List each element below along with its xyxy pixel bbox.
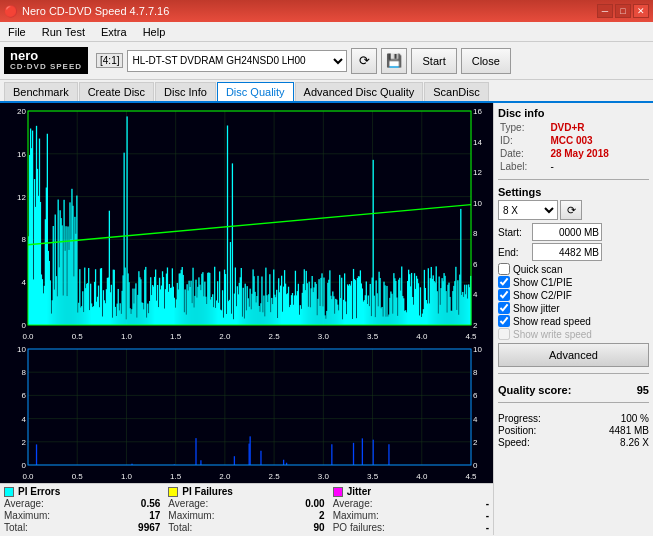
start-button[interactable]: Start [411,48,456,74]
tab-benchmark[interactable]: Benchmark [4,82,78,101]
pi-errors-avg-label: Average: [4,498,44,509]
menu-run-test[interactable]: Run Test [38,24,89,40]
disc-info-section: Disc info Type: DVD+R ID: MCC 003 Date: … [498,107,649,173]
start-input[interactable] [532,223,602,241]
jitter-max-label: Maximum: [333,510,379,521]
drive-label: [4:1] [96,53,123,68]
pi-errors-total-value: 9967 [138,522,160,533]
quality-score-row: Quality score: 95 [498,384,649,396]
jitter-avg-label: Average: [333,498,373,509]
show-read-speed-row: Show read speed [498,315,649,327]
type-value: DVD+R [548,121,649,134]
tab-disc-info[interactable]: Disc Info [155,82,216,101]
pi-errors-color [4,487,14,497]
end-row: End: [498,243,649,261]
speed-row-quality: Speed: 8.26 X [498,437,649,448]
show-c1-pie-checkbox[interactable] [498,276,510,288]
show-jitter-checkbox[interactable] [498,302,510,314]
close-window-button[interactable]: ✕ [633,4,649,18]
show-jitter-row: Show jitter [498,302,649,314]
advanced-button[interactable]: Advanced [498,343,649,367]
quality-score-value: 95 [637,384,649,396]
show-read-speed-label: Show read speed [513,316,591,327]
pi-failures-max-value: 2 [319,510,325,521]
top-chart [0,103,493,343]
quick-scan-label: Quick scan [513,264,562,275]
speed-refresh-button[interactable]: ⟳ [560,200,582,220]
menu-file[interactable]: File [4,24,30,40]
id-label: ID: [498,134,548,147]
jitter-avg-value: - [486,498,489,509]
pi-failures-avg-label: Average: [168,498,208,509]
id-value: MCC 003 [548,134,649,147]
po-failures-label: PO failures: [333,522,385,533]
tab-disc-quality[interactable]: Disc Quality [217,82,294,101]
tabs: Benchmark Create Disc Disc Info Disc Qua… [0,80,653,103]
speed-select[interactable]: 8 X [498,200,558,220]
show-c2-pif-row: Show C2/PIF [498,289,649,301]
jitter-color [333,487,343,497]
position-value: 4481 MB [609,425,649,436]
pi-errors-total-label: Total: [4,522,28,533]
pi-failures-total-value: 90 [314,522,325,533]
app-icon: 🔴 [4,5,18,18]
show-c2-pif-label: Show C2/PIF [513,290,572,301]
stats-area: PI Errors Average: 0.56 Maximum: 17 Tota… [0,483,493,535]
main-content: PI Errors Average: 0.56 Maximum: 17 Tota… [0,103,653,535]
divider-1 [498,179,649,180]
disc-info-title: Disc info [498,107,649,119]
settings-title: Settings [498,186,649,198]
tab-scan-disc[interactable]: ScanDisc [424,82,488,101]
show-jitter-label: Show jitter [513,303,560,314]
pi-failures-max-label: Maximum: [168,510,214,521]
save-icon[interactable]: 💾 [381,48,407,74]
close-button[interactable]: Close [461,48,511,74]
end-input[interactable] [532,243,602,261]
pi-failures-avg-value: 0.00 [305,498,324,509]
position-row: Position: 4481 MB [498,425,649,436]
nero-logo-top: nero [10,49,82,63]
maximize-button[interactable]: □ [615,4,631,18]
jitter-max-value: - [486,510,489,521]
jitter-group: Jitter Average: - Maximum: - PO failures… [333,486,489,533]
date-value: 28 May 2018 [548,147,649,160]
pi-failures-color [168,487,178,497]
minimize-button[interactable]: ─ [597,4,613,18]
date-label: Date: [498,147,548,160]
settings-section: Settings 8 X ⟳ Start: End: Quick scan [498,186,649,367]
show-read-speed-checkbox[interactable] [498,315,510,327]
menu-help[interactable]: Help [139,24,170,40]
disc-info-table: Type: DVD+R ID: MCC 003 Date: 28 May 201… [498,121,649,173]
position-label: Position: [498,425,536,436]
pi-errors-avg-value: 0.56 [141,498,160,509]
toolbar: nero CD·DVD SPEED [4:1] HL-DT-ST DVDRAM … [0,42,653,80]
start-label: Start: [498,227,528,238]
po-failures-value: - [486,522,489,533]
tab-create-disc[interactable]: Create Disc [79,82,154,101]
progress-label: Progress: [498,413,541,424]
right-panel: Disc info Type: DVD+R ID: MCC 003 Date: … [493,103,653,535]
show-c2-pif-checkbox[interactable] [498,289,510,301]
speed-value: 8.26 X [620,437,649,448]
pi-failures-group: PI Failures Average: 0.00 Maximum: 2 Tot… [168,486,324,533]
show-write-speed-checkbox [498,328,510,340]
pi-errors-max-label: Maximum: [4,510,50,521]
title-bar: 🔴 Nero CD-DVD Speed 4.7.7.16 ─ □ ✕ [0,0,653,22]
disc-label-value: - [548,160,649,173]
progress-section: Progress: 100 % Position: 4481 MB Speed:… [498,413,649,449]
start-row: Start: [498,223,649,241]
tab-advanced-disc-quality[interactable]: Advanced Disc Quality [295,82,424,101]
speed-row: 8 X ⟳ [498,200,649,220]
speed-label: Speed: [498,437,530,448]
nero-logo: nero CD·DVD SPEED [4,47,88,74]
menu-extra[interactable]: Extra [97,24,131,40]
pi-failures-total-label: Total: [168,522,192,533]
jitter-label: Jitter [347,486,371,497]
quick-scan-checkbox[interactable] [498,263,510,275]
progress-value: 100 % [621,413,649,424]
drive-refresh-icon[interactable]: ⟳ [351,48,377,74]
drive-select[interactable]: HL-DT-ST DVDRAM GH24NSD0 LH00 [127,50,347,72]
quick-scan-row: Quick scan [498,263,649,275]
divider-2 [498,373,649,374]
pi-errors-label: PI Errors [18,486,60,497]
